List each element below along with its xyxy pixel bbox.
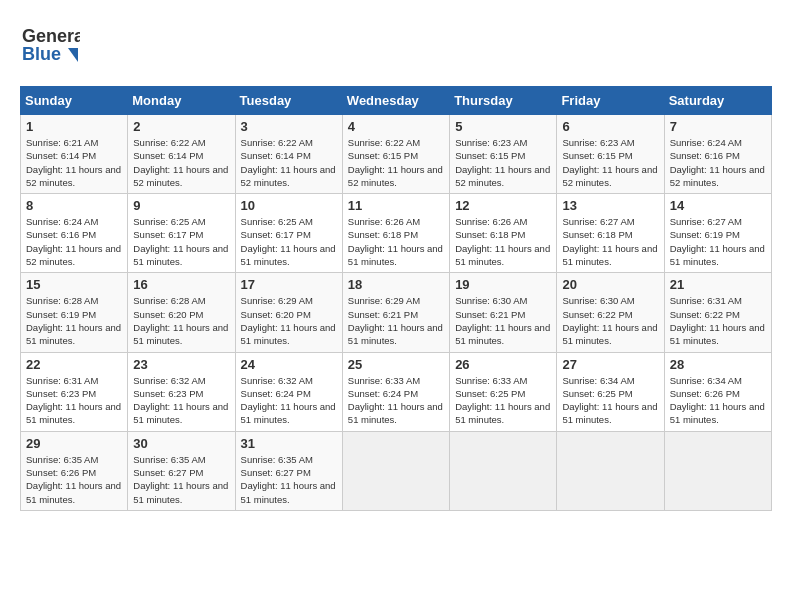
- calendar-cell: 23Sunrise: 6:32 AM Sunset: 6:23 PM Dayli…: [128, 352, 235, 431]
- day-number: 19: [455, 277, 551, 292]
- calendar-cell: 29Sunrise: 6:35 AM Sunset: 6:26 PM Dayli…: [21, 431, 128, 510]
- day-info: Sunrise: 6:25 AM Sunset: 6:17 PM Dayligh…: [241, 215, 337, 268]
- day-number: 2: [133, 119, 229, 134]
- calendar-cell: 25Sunrise: 6:33 AM Sunset: 6:24 PM Dayli…: [342, 352, 449, 431]
- day-info: Sunrise: 6:26 AM Sunset: 6:18 PM Dayligh…: [455, 215, 551, 268]
- day-info: Sunrise: 6:35 AM Sunset: 6:27 PM Dayligh…: [241, 453, 337, 506]
- calendar-weekday: Saturday: [664, 87, 771, 115]
- svg-marker-2: [68, 48, 78, 62]
- day-number: 5: [455, 119, 551, 134]
- day-number: 29: [26, 436, 122, 451]
- day-number: 24: [241, 357, 337, 372]
- calendar-weekday: Sunday: [21, 87, 128, 115]
- calendar-cell: 21Sunrise: 6:31 AM Sunset: 6:22 PM Dayli…: [664, 273, 771, 352]
- calendar-cell: 3Sunrise: 6:22 AM Sunset: 6:14 PM Daylig…: [235, 115, 342, 194]
- calendar-week-row: 22Sunrise: 6:31 AM Sunset: 6:23 PM Dayli…: [21, 352, 772, 431]
- day-number: 13: [562, 198, 658, 213]
- calendar-cell: [664, 431, 771, 510]
- day-number: 12: [455, 198, 551, 213]
- day-number: 25: [348, 357, 444, 372]
- day-number: 4: [348, 119, 444, 134]
- day-number: 26: [455, 357, 551, 372]
- day-number: 3: [241, 119, 337, 134]
- day-info: Sunrise: 6:28 AM Sunset: 6:19 PM Dayligh…: [26, 294, 122, 347]
- day-info: Sunrise: 6:24 AM Sunset: 6:16 PM Dayligh…: [670, 136, 766, 189]
- calendar-cell: 28Sunrise: 6:34 AM Sunset: 6:26 PM Dayli…: [664, 352, 771, 431]
- calendar-cell: 30Sunrise: 6:35 AM Sunset: 6:27 PM Dayli…: [128, 431, 235, 510]
- day-number: 27: [562, 357, 658, 372]
- day-number: 11: [348, 198, 444, 213]
- day-number: 31: [241, 436, 337, 451]
- svg-text:General: General: [22, 26, 80, 46]
- day-info: Sunrise: 6:26 AM Sunset: 6:18 PM Dayligh…: [348, 215, 444, 268]
- calendar-cell: 5Sunrise: 6:23 AM Sunset: 6:15 PM Daylig…: [450, 115, 557, 194]
- day-info: Sunrise: 6:33 AM Sunset: 6:25 PM Dayligh…: [455, 374, 551, 427]
- day-number: 1: [26, 119, 122, 134]
- day-number: 20: [562, 277, 658, 292]
- calendar-cell: 8Sunrise: 6:24 AM Sunset: 6:16 PM Daylig…: [21, 194, 128, 273]
- calendar-weekday: Thursday: [450, 87, 557, 115]
- calendar-cell: 26Sunrise: 6:33 AM Sunset: 6:25 PM Dayli…: [450, 352, 557, 431]
- day-number: 14: [670, 198, 766, 213]
- calendar-cell: 11Sunrise: 6:26 AM Sunset: 6:18 PM Dayli…: [342, 194, 449, 273]
- calendar-cell: 19Sunrise: 6:30 AM Sunset: 6:21 PM Dayli…: [450, 273, 557, 352]
- day-number: 22: [26, 357, 122, 372]
- day-info: Sunrise: 6:23 AM Sunset: 6:15 PM Dayligh…: [562, 136, 658, 189]
- calendar-cell: 27Sunrise: 6:34 AM Sunset: 6:25 PM Dayli…: [557, 352, 664, 431]
- calendar-cell: [342, 431, 449, 510]
- calendar-weekday: Wednesday: [342, 87, 449, 115]
- calendar-cell: 9Sunrise: 6:25 AM Sunset: 6:17 PM Daylig…: [128, 194, 235, 273]
- calendar-cell: [557, 431, 664, 510]
- calendar-week-row: 1Sunrise: 6:21 AM Sunset: 6:14 PM Daylig…: [21, 115, 772, 194]
- calendar-weekday: Monday: [128, 87, 235, 115]
- calendar-cell: 4Sunrise: 6:22 AM Sunset: 6:15 PM Daylig…: [342, 115, 449, 194]
- day-info: Sunrise: 6:23 AM Sunset: 6:15 PM Dayligh…: [455, 136, 551, 189]
- day-info: Sunrise: 6:29 AM Sunset: 6:20 PM Dayligh…: [241, 294, 337, 347]
- day-number: 18: [348, 277, 444, 292]
- day-info: Sunrise: 6:32 AM Sunset: 6:23 PM Dayligh…: [133, 374, 229, 427]
- day-number: 6: [562, 119, 658, 134]
- logo: General Blue: [20, 20, 80, 70]
- day-info: Sunrise: 6:21 AM Sunset: 6:14 PM Dayligh…: [26, 136, 122, 189]
- day-info: Sunrise: 6:34 AM Sunset: 6:25 PM Dayligh…: [562, 374, 658, 427]
- calendar-cell: 2Sunrise: 6:22 AM Sunset: 6:14 PM Daylig…: [128, 115, 235, 194]
- calendar-weekday: Friday: [557, 87, 664, 115]
- day-info: Sunrise: 6:24 AM Sunset: 6:16 PM Dayligh…: [26, 215, 122, 268]
- calendar-cell: 1Sunrise: 6:21 AM Sunset: 6:14 PM Daylig…: [21, 115, 128, 194]
- calendar-cell: 14Sunrise: 6:27 AM Sunset: 6:19 PM Dayli…: [664, 194, 771, 273]
- day-info: Sunrise: 6:22 AM Sunset: 6:15 PM Dayligh…: [348, 136, 444, 189]
- calendar-cell: 22Sunrise: 6:31 AM Sunset: 6:23 PM Dayli…: [21, 352, 128, 431]
- svg-text:Blue: Blue: [22, 44, 61, 64]
- day-info: Sunrise: 6:32 AM Sunset: 6:24 PM Dayligh…: [241, 374, 337, 427]
- calendar-cell: 24Sunrise: 6:32 AM Sunset: 6:24 PM Dayli…: [235, 352, 342, 431]
- calendar-week-row: 29Sunrise: 6:35 AM Sunset: 6:26 PM Dayli…: [21, 431, 772, 510]
- calendar-cell: 7Sunrise: 6:24 AM Sunset: 6:16 PM Daylig…: [664, 115, 771, 194]
- day-number: 9: [133, 198, 229, 213]
- day-number: 16: [133, 277, 229, 292]
- calendar-cell: 6Sunrise: 6:23 AM Sunset: 6:15 PM Daylig…: [557, 115, 664, 194]
- day-info: Sunrise: 6:35 AM Sunset: 6:27 PM Dayligh…: [133, 453, 229, 506]
- day-info: Sunrise: 6:30 AM Sunset: 6:22 PM Dayligh…: [562, 294, 658, 347]
- calendar-week-row: 8Sunrise: 6:24 AM Sunset: 6:16 PM Daylig…: [21, 194, 772, 273]
- day-number: 8: [26, 198, 122, 213]
- day-info: Sunrise: 6:27 AM Sunset: 6:18 PM Dayligh…: [562, 215, 658, 268]
- calendar-cell: 12Sunrise: 6:26 AM Sunset: 6:18 PM Dayli…: [450, 194, 557, 273]
- logo-icon: General Blue: [20, 20, 80, 70]
- day-number: 21: [670, 277, 766, 292]
- day-number: 15: [26, 277, 122, 292]
- day-info: Sunrise: 6:31 AM Sunset: 6:22 PM Dayligh…: [670, 294, 766, 347]
- calendar-cell: 31Sunrise: 6:35 AM Sunset: 6:27 PM Dayli…: [235, 431, 342, 510]
- calendar-cell: [450, 431, 557, 510]
- day-info: Sunrise: 6:33 AM Sunset: 6:24 PM Dayligh…: [348, 374, 444, 427]
- day-info: Sunrise: 6:30 AM Sunset: 6:21 PM Dayligh…: [455, 294, 551, 347]
- calendar-cell: 17Sunrise: 6:29 AM Sunset: 6:20 PM Dayli…: [235, 273, 342, 352]
- calendar-week-row: 15Sunrise: 6:28 AM Sunset: 6:19 PM Dayli…: [21, 273, 772, 352]
- calendar-cell: 13Sunrise: 6:27 AM Sunset: 6:18 PM Dayli…: [557, 194, 664, 273]
- day-number: 30: [133, 436, 229, 451]
- day-info: Sunrise: 6:22 AM Sunset: 6:14 PM Dayligh…: [133, 136, 229, 189]
- day-number: 17: [241, 277, 337, 292]
- day-info: Sunrise: 6:29 AM Sunset: 6:21 PM Dayligh…: [348, 294, 444, 347]
- calendar-cell: 18Sunrise: 6:29 AM Sunset: 6:21 PM Dayli…: [342, 273, 449, 352]
- day-info: Sunrise: 6:35 AM Sunset: 6:26 PM Dayligh…: [26, 453, 122, 506]
- day-number: 23: [133, 357, 229, 372]
